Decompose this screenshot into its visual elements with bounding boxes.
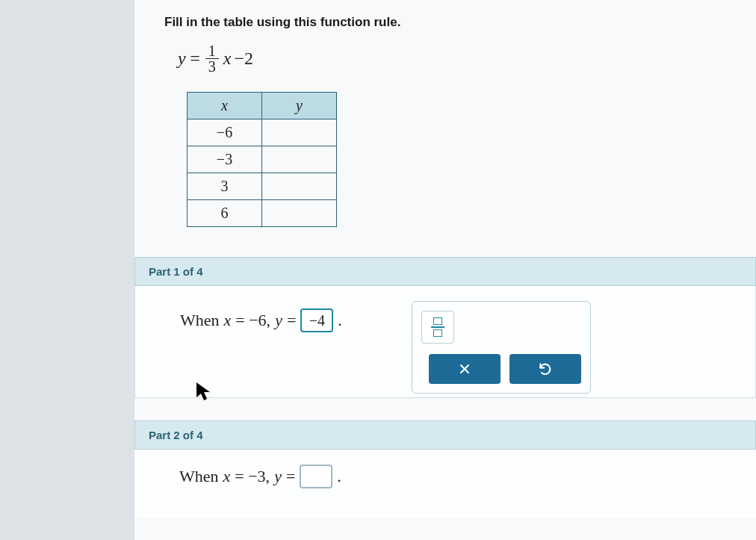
fraction-denominator: 3	[205, 59, 219, 74]
answer-input-part1[interactable]: −4	[300, 308, 333, 332]
text-eq-y: =	[286, 467, 295, 486]
table-header-y: y	[262, 93, 337, 120]
part-1-body: When x = −6, y = −4 .	[134, 286, 756, 398]
equation-tail: −2	[235, 49, 254, 69]
var-x: x	[224, 311, 232, 330]
table-cell-x: −6	[188, 120, 262, 146]
cursor-icon	[195, 381, 211, 402]
equation-var: x	[223, 49, 232, 69]
main-content: Fill in the table using this function ru…	[134, 0, 756, 540]
undo-button[interactable]	[509, 354, 581, 384]
var-y: y	[275, 311, 282, 330]
part-2-answer-line: When x = −3, y = .	[179, 465, 726, 488]
text-period: .	[337, 467, 341, 486]
question-prompt: Fill in the table using this function ru…	[164, 15, 726, 30]
clear-button[interactable]	[429, 354, 501, 384]
table-cell-y[interactable]	[262, 120, 337, 146]
fraction-tool-button[interactable]	[421, 311, 454, 344]
table-cell-y[interactable]	[262, 200, 337, 227]
equation-lhs: y	[178, 49, 186, 69]
table-cell-y[interactable]	[262, 173, 337, 200]
function-rule: y = 1 3 x −2	[178, 43, 726, 74]
var-y: y	[274, 467, 282, 486]
text-eq-x: = −6,	[235, 311, 270, 330]
part-1-header: Part 1 of 4	[134, 257, 756, 286]
fraction-numerator: 1	[205, 43, 219, 59]
text-eq-x: = −3,	[235, 467, 270, 486]
answer-input-part2[interactable]	[300, 465, 332, 488]
table-row: 6	[188, 200, 337, 227]
table-cell-x: −3	[188, 146, 262, 173]
part-2-header: Part 2 of 4	[134, 420, 756, 450]
text-when: When	[180, 311, 220, 330]
table-row: −6	[188, 120, 337, 146]
text-period: .	[338, 311, 342, 330]
answer-toolbox	[412, 301, 591, 394]
left-sidebar	[0, 0, 134, 540]
table-cell-y[interactable]	[262, 146, 337, 173]
var-x: x	[223, 467, 231, 486]
undo-icon	[538, 361, 553, 376]
equation-equals: =	[189, 49, 201, 69]
table-row: 3	[188, 173, 337, 200]
table-header-x: x	[188, 93, 262, 120]
table-cell-x: 6	[188, 200, 262, 227]
fraction-icon	[431, 317, 444, 337]
function-table: x y −6 −3 3 6	[187, 92, 337, 227]
part-2-body: When x = −3, y = .	[134, 450, 756, 518]
equation-fraction: 1 3	[205, 43, 219, 74]
table-row: −3	[188, 146, 337, 173]
table-cell-x: 3	[188, 173, 262, 200]
text-eq-y: =	[287, 311, 296, 330]
text-when: When	[179, 467, 219, 486]
close-icon	[457, 361, 472, 376]
